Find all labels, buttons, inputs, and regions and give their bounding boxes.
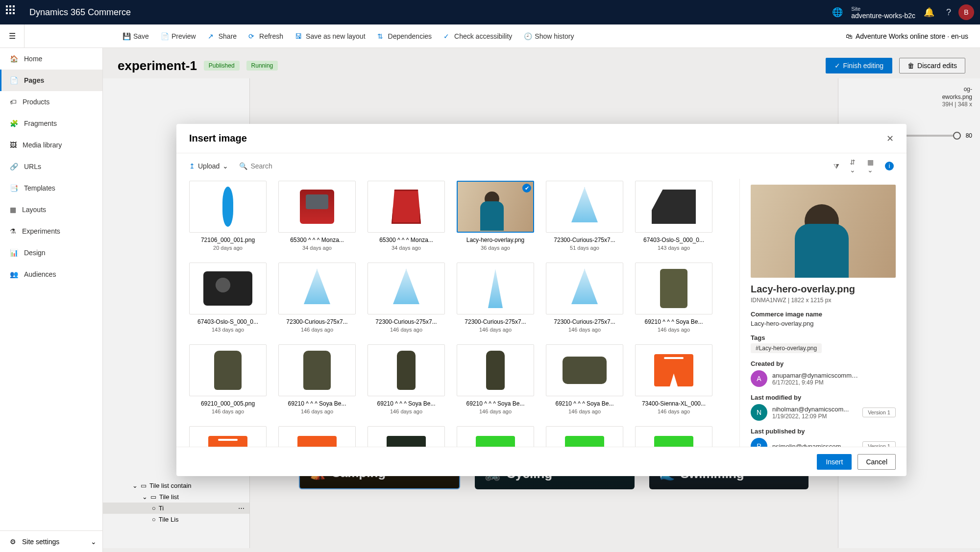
asset-age: 146 days ago: [546, 408, 623, 414]
asset-grid: ✔72106_000_001.png20 days ago✔65300 ^ ^ …: [176, 179, 740, 447]
asset-card[interactable]: ✔: [368, 426, 445, 447]
nav-experiments[interactable]: ⚗Experiments: [0, 220, 102, 242]
nav-layouts[interactable]: ▦Layouts: [0, 199, 102, 220]
avatar-modifier: N: [751, 404, 767, 421]
nav-home[interactable]: 🏠Home: [0, 48, 102, 70]
nav-products[interactable]: 🏷Products: [0, 91, 102, 113]
asset-age: 36 days ago: [457, 245, 534, 251]
sort-icon[interactable]: ⇵ ⌄: [850, 162, 858, 170]
asset-filename: 72300-Curious-275x7...: [278, 318, 356, 325]
asset-details-panel: Lacy-hero-overlay.png IDNMA1NWZ | 1822 x…: [740, 179, 906, 447]
search-input[interactable]: 🔍: [239, 162, 336, 170]
asset-card[interactable]: ✔69210 ^ ^ ^ Soya Be...146 days ago: [368, 344, 445, 414]
asset-card[interactable]: ✔69210_000_005.png146 days ago: [189, 344, 267, 414]
asset-filename: 72300-Curious-275x7...: [457, 318, 534, 325]
notifications-icon[interactable]: 🔔: [919, 2, 939, 22]
nav-urls[interactable]: 🔗URLs: [0, 156, 102, 177]
label-published-by: Last published by: [751, 428, 896, 435]
insert-image-dialog: Insert image ✕ ↥Upload⌄ 🔍 ⧩ ⇵ ⌄ ▦ ⌄ i ✔7…: [176, 124, 906, 476]
asset-filename: 69210_000_005.png: [189, 400, 267, 407]
save-layout-button[interactable]: 🖫Save as new layout: [295, 32, 365, 40]
asset-filename: 69210 ^ ^ ^ Soya Be...: [368, 400, 445, 407]
asset-card[interactable]: ✔Lacy-hero-overlay.png36 days ago: [457, 181, 534, 251]
asset-filename: 69210 ^ ^ ^ Soya Be...: [546, 400, 623, 407]
asset-filename: 65300 ^ ^ ^ Monza...: [368, 237, 445, 243]
refresh-button[interactable]: ⟳Refresh: [248, 32, 283, 40]
asset-card[interactable]: ✔73400-Sienna-XL_000...146 days ago: [635, 344, 712, 414]
asset-card[interactable]: ✔72300-Curious-275x7...146 days ago: [546, 263, 623, 333]
asset-card[interactable]: ✔72106_000_001.png20 days ago: [189, 181, 267, 251]
dependencies-button[interactable]: ⇅Dependencies: [377, 32, 432, 40]
tag-chip[interactable]: #Lacy-hero-overlay.png: [751, 343, 822, 353]
accessibility-button[interactable]: ✓Check accessibility: [443, 32, 512, 40]
asset-card[interactable]: ✔65300 ^ ^ ^ Monza...34 days ago: [368, 181, 445, 251]
product-name: Dynamics 365 Commerce: [29, 7, 131, 18]
history-button[interactable]: 🕘Show history: [524, 32, 574, 40]
share-button[interactable]: ↗Share: [208, 32, 237, 40]
asset-age: 146 days ago: [457, 408, 534, 414]
asset-card[interactable]: ✔69210 ^ ^ ^ Soya Be...146 days ago: [457, 344, 534, 414]
left-nav: 🏠Home 📄Pages 🏷Products 🧩Fragments 🖼Media…: [0, 48, 103, 552]
upload-button[interactable]: ↥Upload⌄: [189, 162, 228, 170]
store-indicator[interactable]: 🛍Adventure Works online store · en-us: [846, 32, 968, 40]
asset-card[interactable]: ✔: [457, 426, 534, 447]
asset-age: 143 days ago: [189, 327, 267, 333]
asset-card[interactable]: ✔72300-Curious-275x7...146 days ago: [457, 263, 534, 333]
view-grid-icon[interactable]: ▦ ⌄: [867, 162, 876, 170]
asset-filename: 72300-Curious-275x7...: [368, 318, 445, 325]
asset-card[interactable]: ✔67403-Oslo-S_000_0...143 days ago: [189, 263, 267, 333]
asset-filename: 72300-Curious-275x7...: [546, 237, 623, 243]
asset-age: 51 days ago: [546, 245, 623, 251]
asset-card[interactable]: ✔69210 ^ ^ ^ Soya Be...146 days ago: [278, 344, 356, 414]
cancel-button[interactable]: Cancel: [858, 454, 896, 470]
app-launcher-icon[interactable]: [6, 5, 20, 19]
dialog-title: Insert image: [189, 133, 247, 144]
nav-design[interactable]: 📊Design: [0, 242, 102, 264]
asset-filename: 72300-Curious-275x7...: [546, 318, 623, 325]
asset-age: 146 days ago: [278, 327, 356, 333]
value-commerce-name: Lacy-hero-overlay.png: [751, 320, 896, 327]
help-icon[interactable]: ?: [939, 2, 958, 22]
info-icon[interactable]: i: [885, 162, 894, 170]
nav-templates[interactable]: 📑Templates: [0, 177, 102, 199]
label-modified-by: Last modified by: [751, 394, 896, 401]
asset-card[interactable]: ✔67403-Oslo-S_000_0...143 days ago: [635, 181, 712, 251]
asset-filename: 69210 ^ ^ ^ Soya Be...: [278, 400, 356, 407]
asset-card[interactable]: ✔72300-Curious-275x7...146 days ago: [278, 263, 356, 333]
nav-toggle[interactable]: ☰: [0, 24, 24, 48]
nav-site-settings[interactable]: ⚙Site settings⌄: [0, 530, 102, 552]
user-avatar[interactable]: B: [958, 4, 974, 20]
asset-age: 146 days ago: [368, 327, 445, 333]
dialog-close-icon[interactable]: ✕: [886, 133, 894, 144]
nav-pages[interactable]: 📄Pages: [0, 70, 102, 91]
label-commerce-name: Commerce image name: [751, 311, 896, 318]
asset-age: 146 days ago: [546, 327, 623, 333]
asset-filename: 67403-Oslo-S_000_0...: [189, 318, 267, 325]
avatar-creator: A: [751, 370, 767, 387]
asset-age: 20 days ago: [189, 245, 267, 251]
asset-card[interactable]: ✔: [546, 426, 623, 447]
asset-card[interactable]: ✔: [278, 426, 356, 447]
global-header: Dynamics 365 Commerce 🌐 Site adventure-w…: [0, 0, 980, 24]
globe-icon[interactable]: 🌐: [828, 2, 847, 22]
nav-media[interactable]: 🖼Media library: [0, 134, 102, 156]
asset-preview: [751, 185, 896, 278]
asset-age: 146 days ago: [278, 408, 356, 414]
site-picker[interactable]: Site adventure-works-b2c: [851, 5, 915, 19]
preview-button[interactable]: 📄Preview: [161, 32, 196, 40]
asset-filename: 67403-Oslo-S_000_0...: [635, 237, 712, 243]
asset-card[interactable]: ✔72300-Curious-275x7...146 days ago: [368, 263, 445, 333]
insert-button[interactable]: Insert: [817, 454, 852, 470]
nav-fragments[interactable]: 🧩Fragments: [0, 113, 102, 134]
asset-filename: 73400-Sienna-XL_000...: [635, 400, 712, 407]
version-badge-published: Version 1: [862, 441, 896, 447]
nav-audiences[interactable]: 👥Audiences: [0, 264, 102, 285]
asset-card[interactable]: ✔65300 ^ ^ ^ Monza...34 days ago: [278, 181, 356, 251]
filter-icon[interactable]: ⧩: [832, 162, 841, 170]
asset-card[interactable]: ✔69210 ^ ^ ^ Soya Be...146 days ago: [546, 344, 623, 414]
asset-card[interactable]: ✔72300-Curious-275x7...51 days ago: [546, 181, 623, 251]
asset-card[interactable]: ✔: [189, 426, 267, 447]
asset-card[interactable]: ✔: [635, 426, 712, 447]
asset-card[interactable]: ✔69210 ^ ^ ^ Soya Be...146 days ago: [635, 263, 712, 333]
save-button[interactable]: 💾Save: [122, 32, 149, 40]
